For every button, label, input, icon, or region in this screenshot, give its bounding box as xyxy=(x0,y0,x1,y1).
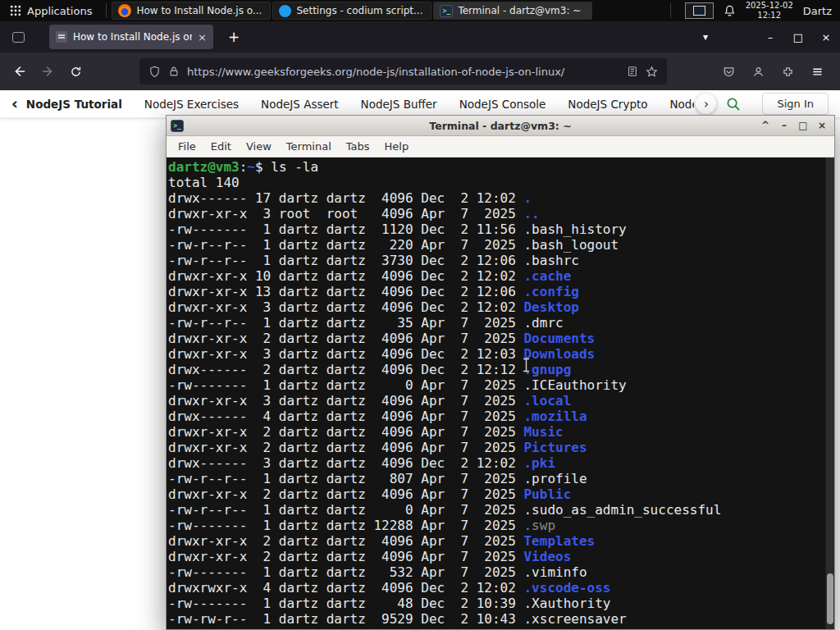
file-attributes: drwxr-xr-x 2 dartz dartz 4096 Apr 7 2025 xyxy=(168,424,523,440)
file-attributes: drwxr-xr-x 3 dartz dartz 4096 Dec 2 12:0… xyxy=(168,299,523,315)
notification-bell-icon[interactable] xyxy=(724,4,736,17)
tab-close-icon[interactable]: × xyxy=(198,31,207,43)
applications-menu-button[interactable]: Applications xyxy=(0,0,102,21)
terminal-output-line: -rw------- 1 dartz dartz 1120 Dec 2 11:5… xyxy=(168,221,823,237)
reload-button[interactable] xyxy=(62,58,89,84)
terminal-close-button[interactable]: × xyxy=(814,119,830,133)
prompt-colon: : xyxy=(240,159,248,175)
extensions-icon xyxy=(782,66,794,78)
tracking-shield-icon[interactable] xyxy=(148,66,161,78)
lock-icon[interactable] xyxy=(168,66,180,77)
site-nav-item[interactable]: NodeJS DNS xyxy=(670,98,695,111)
file-attributes: -rw-rw-r-- 1 dartz dartz 9529 Dec 2 10:4… xyxy=(168,611,523,627)
terminal-shade-button[interactable]: ^ xyxy=(757,119,774,133)
forward-button[interactable] xyxy=(34,58,61,84)
app-menu-button[interactable] xyxy=(804,58,830,84)
terminal-icon: >_ xyxy=(440,5,453,17)
terminal-menu-item[interactable]: Edit xyxy=(203,140,239,153)
terminal-menu-item[interactable]: File xyxy=(171,140,203,153)
applications-label: Applications xyxy=(27,5,92,17)
terminal-scrollbar[interactable] xyxy=(825,158,834,629)
file-name: .gnupg xyxy=(523,362,571,377)
file-attributes: drwxr-xr-x 2 dartz dartz 4096 Apr 7 2025 xyxy=(168,331,523,346)
terminal-output-line: drwx------ 2 dartz dartz 4096 Dec 2 12:1… xyxy=(168,362,823,377)
back-icon xyxy=(13,65,26,78)
url-bar[interactable]: https://www.geeksforgeeks.org/node-js/in… xyxy=(139,58,667,84)
terminal-output-line: -rw-rw-r-- 1 dartz dartz 9529 Dec 2 10:4… xyxy=(168,611,823,627)
site-navigation-bar: ‹ NodeJS TutorialNodeJS ExercisesNodeJS … xyxy=(0,90,840,118)
terminal-menubar: FileEditViewTerminalTabsHelp xyxy=(167,136,834,158)
taskbar-window-codium[interactable]: Settings - codium script... xyxy=(272,2,431,20)
file-name: Videos xyxy=(523,549,571,564)
site-nav-item[interactable]: NodeJS Assert xyxy=(261,98,339,111)
taskbar-window-title: Terminal - dartz@vm3: ~ xyxy=(458,5,581,16)
file-name: Desktop xyxy=(523,299,578,315)
site-nav-item[interactable]: NodeJS Exercises xyxy=(144,98,239,111)
window-close-button[interactable]: × xyxy=(812,21,840,52)
terminal-output-line: -rw-r--r-- 1 dartz dartz 220 Apr 7 2025 … xyxy=(168,237,823,253)
reader-mode-icon[interactable] xyxy=(627,66,638,77)
file-attributes: drwx------ 2 dartz dartz 4096 Dec 2 12:1… xyxy=(168,362,523,377)
back-button[interactable] xyxy=(7,58,33,84)
terminal-output-line: drwxr-xr-x 10 dartz dartz 4096 Dec 2 12:… xyxy=(168,268,823,284)
terminal-output-line: -rw------- 1 dartz dartz 532 Apr 7 2025 … xyxy=(168,564,823,580)
terminal-window: >_ Terminal - dartz@vm3: ~ ^ – □ × FileE… xyxy=(166,115,835,630)
file-name: Templates xyxy=(523,533,595,549)
file-attributes: -rw-r--r-- 1 dartz dartz 3730 Dec 2 12:0… xyxy=(168,253,523,268)
site-nav-item[interactable]: NodeJS Buffer xyxy=(361,98,437,111)
nav-forward-chevron-button[interactable]: › xyxy=(696,94,716,114)
sign-in-button[interactable]: Sign In xyxy=(762,93,829,115)
terminal-menu-item[interactable]: Tabs xyxy=(339,140,377,153)
tab-overflow-icon[interactable]: ▾ xyxy=(694,31,717,43)
site-nav-item[interactable]: NodeJS Console xyxy=(459,98,546,111)
search-button[interactable] xyxy=(723,97,744,112)
window-minimize-button[interactable]: – xyxy=(756,21,784,52)
bookmark-star-icon[interactable] xyxy=(646,66,658,78)
terminal-menu-item[interactable]: View xyxy=(239,140,279,153)
terminal-titlebar[interactable]: >_ Terminal - dartz@vm3: ~ ^ – □ × xyxy=(167,116,834,136)
terminal-output-line: -rw-r--r-- 1 dartz dartz 0 Apr 7 2025 .s… xyxy=(168,502,823,518)
terminal-menu-item[interactable]: Help xyxy=(377,140,417,153)
new-tab-button[interactable]: + xyxy=(223,29,244,45)
site-nav-item[interactable]: NodeJS Crypto xyxy=(568,98,647,111)
file-attributes: -rw------- 1 dartz dartz 532 Apr 7 2025 xyxy=(168,564,523,580)
terminal-output-line: drwxr-xr-x 2 dartz dartz 4096 Apr 7 2025… xyxy=(168,533,823,549)
tab-strip: How to Install Node.js on... × + ▾ – □ × xyxy=(0,21,840,52)
file-name: .cache xyxy=(523,268,571,284)
file-name: Documents xyxy=(523,331,595,346)
terminal-output[interactable]: dartz@vm3:~$ ls -la total 140 drwx------… xyxy=(167,158,834,629)
terminal-total-line: total 140 xyxy=(168,175,823,190)
save-to-pocket-button[interactable] xyxy=(715,58,742,84)
terminal-scrollbar-thumb[interactable] xyxy=(827,573,833,624)
terminal-output-line: drwxr-xr-x 13 dartz dartz 4096 Dec 2 12:… xyxy=(168,284,823,299)
site-nav-item[interactable]: NodeJS Tutorial xyxy=(26,98,122,111)
workspace-window-thumb xyxy=(693,6,705,16)
window-maximize-button[interactable]: □ xyxy=(784,21,812,52)
file-attributes: drwx------ 3 dartz dartz 4096 Dec 2 12:0… xyxy=(168,455,523,471)
file-name: .profile xyxy=(523,471,587,486)
taskbar-window-terminal[interactable]: >_ Terminal - dartz@vm3: ~ xyxy=(433,2,592,20)
nav-back-chevron-icon[interactable]: ‹ xyxy=(11,96,18,112)
url-text: https://www.geeksforgeeks.org/node-js/in… xyxy=(187,66,619,78)
reload-icon xyxy=(70,66,82,78)
terminal-output-line: drwx------ 17 dartz dartz 4096 Dec 2 12:… xyxy=(168,190,823,206)
firefox-view-icon[interactable] xyxy=(7,25,30,48)
username-label[interactable]: Dartz xyxy=(803,5,832,17)
panel-clock[interactable]: 2025-12-02 12:12 xyxy=(746,1,793,21)
file-name: .pki xyxy=(523,455,555,471)
file-attributes: drwx------ 4 dartz dartz 4096 Apr 7 2025 xyxy=(168,409,523,424)
file-name: .vscode-oss xyxy=(523,580,610,596)
terminal-window-controls: ^ – □ × xyxy=(757,119,830,133)
file-attributes: -rw-r--r-- 1 dartz dartz 220 Apr 7 2025 xyxy=(168,237,523,253)
terminal-menu-item[interactable]: Terminal xyxy=(279,140,339,153)
terminal-maximize-button[interactable]: □ xyxy=(795,119,811,133)
account-icon xyxy=(752,66,765,78)
account-button[interactable] xyxy=(745,58,771,84)
taskbar-window-firefox[interactable]: How to Install Node.js o... xyxy=(112,2,271,20)
extensions-button[interactable] xyxy=(774,58,801,84)
terminal-minimize-button[interactable]: – xyxy=(776,119,792,133)
pocket-icon xyxy=(723,66,735,78)
browser-tab[interactable]: How to Install Node.js on... × xyxy=(49,25,213,49)
prompt-symbol: $ xyxy=(255,159,263,175)
workspace-pager[interactable] xyxy=(685,2,714,19)
